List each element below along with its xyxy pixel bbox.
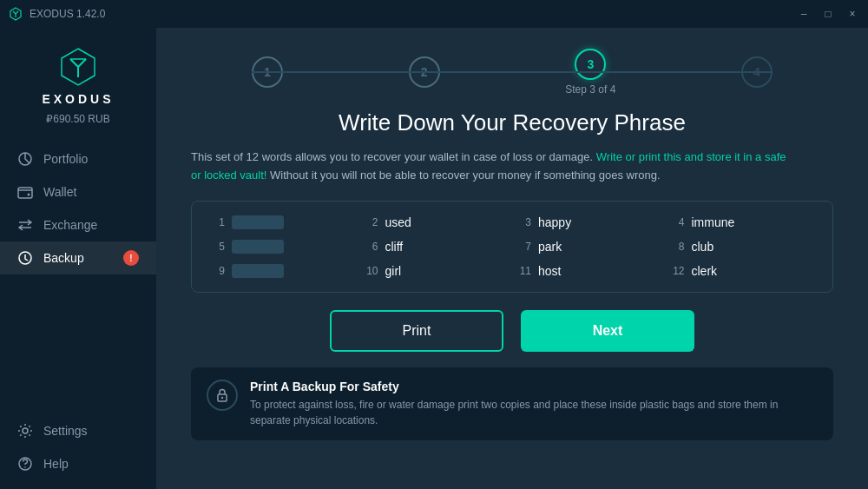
sidebar-item-wallet-label: Wallet [43,185,76,199]
sidebar-item-settings-label: Settings [43,424,88,438]
sidebar-item-portfolio-label: Portfolio [43,152,88,166]
app-title: EXODUS 1.42.0 [30,8,105,20]
word-value-11: host [538,264,561,278]
word-num-5: 5 [209,241,225,253]
desc-text-1: This set of 12 words allows you to recov… [191,150,593,163]
word-item-8: 8club [669,240,816,254]
sidebar-item-backup-label: Backup [43,251,84,265]
word-value-1 [232,215,284,229]
window-controls: – □ × [797,8,859,20]
desc-text-2: Without it you will not be able to recov… [270,169,660,182]
titlebar-left: EXODUS 1.42.0 [9,7,105,21]
step-label: Step 3 of 4 [565,83,615,96]
word-item-4: 4immune [669,215,816,229]
word-value-12: clerk [692,264,718,278]
backup-icon [17,250,33,266]
word-num-10: 10 [363,265,378,277]
word-num-2: 2 [363,216,378,228]
logo-text: EXODUS [42,92,114,106]
word-item-11: 11host [516,264,662,278]
word-num-6: 6 [363,241,378,253]
close-button[interactable]: × [845,8,859,20]
word-num-8: 8 [669,241,685,253]
wallet-icon [17,184,33,200]
app-body: EXODUS ₽690.50 RUB Portfolio Wallet [0,28,868,489]
sidebar-item-wallet[interactable]: Wallet [0,175,156,208]
word-value-7: park [538,240,562,254]
sidebar-item-help-label: Help [43,457,69,471]
nav-items: Portfolio Wallet Exchange [0,142,156,274]
titlebar: EXODUS 1.42.0 – □ × [0,0,868,28]
word-value-9 [232,264,284,278]
word-num-11: 11 [516,265,531,277]
steps-row: 1 2 3 Step 3 of 4 4 [252,49,773,96]
sidebar: EXODUS ₽690.50 RUB Portfolio Wallet [0,28,156,489]
word-item-5: 5 [209,240,356,254]
info-title: Print A Backup For Safety [250,380,818,393]
sidebar-item-exchange[interactable]: Exchange [0,208,156,241]
print-button[interactable]: Print [330,310,503,352]
svg-rect-1 [18,188,32,198]
word-value-10: girl [385,264,402,278]
sidebar-item-exchange-label: Exchange [43,218,97,232]
svg-point-4 [23,428,28,433]
maximize-button[interactable]: □ [821,8,835,20]
sidebar-item-portfolio[interactable]: Portfolio [0,142,156,175]
word-num-9: 9 [209,265,225,277]
word-item-12: 12clerk [669,264,816,278]
word-item-6: 6cliff [363,240,510,254]
word-item-10: 10girl [363,264,510,278]
backup-badge: ! [123,250,139,266]
sidebar-logo: EXODUS [42,45,114,106]
word-item-2: 2used [363,215,510,229]
word-value-8: club [692,240,714,254]
page-title: Write Down Your Recovery Phrase [191,109,833,136]
word-item-1: 1 [209,215,356,229]
recovery-phrase-grid: 12used3happy4immune56cliff7park8club910g… [191,201,833,293]
word-num-1: 1 [209,216,225,228]
info-description: To protect against loss, fire or water d… [250,397,818,428]
exchange-icon [17,217,33,233]
info-box: Print A Backup For Safety To protect aga… [191,367,833,440]
lock-icon [207,380,238,411]
svg-point-8 [221,396,223,398]
exodus-logo-icon [56,45,100,89]
word-num-4: 4 [669,216,685,228]
steps-container: 1 2 3 Step 3 of 4 4 [191,49,833,96]
step-3: 3 [575,49,606,80]
sidebar-bottom: Settings Help [0,414,156,480]
sidebar-item-backup[interactable]: Backup ! [0,241,156,274]
svg-point-2 [28,194,30,196]
minimize-button[interactable]: – [797,8,811,20]
sidebar-item-settings[interactable]: Settings [0,414,156,447]
next-button[interactable]: Next [521,310,694,352]
settings-icon [17,423,33,439]
word-value-5 [232,240,284,254]
word-item-9: 9 [209,264,356,278]
word-num-12: 12 [669,265,685,277]
word-item-3: 3happy [516,215,662,229]
info-text: Print A Backup For Safety To protect aga… [250,380,818,428]
step-line [252,71,773,73]
description: This set of 12 words allows you to recov… [191,149,799,185]
svg-point-6 [24,466,26,468]
word-value-6: cliff [385,240,404,254]
help-icon [17,456,33,472]
main-content: 1 2 3 Step 3 of 4 4 [156,28,868,489]
word-num-7: 7 [516,241,531,253]
app-icon [9,7,23,21]
word-num-3: 3 [516,216,531,228]
word-value-4: immune [692,215,735,229]
sidebar-item-help[interactable]: Help [0,447,156,480]
balance-display: ₽690.50 RUB [46,113,109,125]
word-value-3: happy [538,215,571,229]
pie-chart-icon [17,151,33,167]
word-value-2: used [385,215,411,229]
word-item-7: 7park [516,240,662,254]
action-buttons: Print Next [191,310,833,352]
